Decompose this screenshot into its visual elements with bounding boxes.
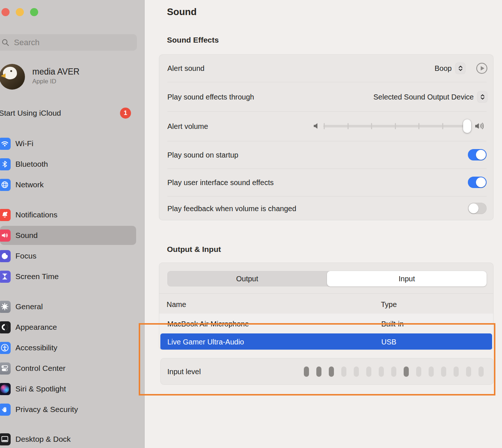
input-level-segment: [479, 366, 484, 377]
privacy-hand-icon: [0, 404, 11, 416]
bluetooth-icon: [0, 158, 11, 170]
play-alert-sound-button[interactable]: [476, 63, 487, 74]
column-header-name: Name: [167, 300, 186, 309]
input-level-segment: [341, 366, 346, 377]
table-row-live-gamer-ultra-audio[interactable]: Live Gamer Ultra-Audio USB: [160, 333, 492, 350]
minimize-window-button[interactable]: [16, 8, 24, 16]
sidebar-item-focus[interactable]: Focus: [0, 246, 136, 265]
volume-feedback-label: Play feedback when volume is changed: [167, 205, 296, 213]
icloud-label: Start Using iCloud: [0, 109, 61, 118]
sound-icon: [0, 230, 11, 242]
focus-icon: [0, 250, 11, 262]
sidebar-item-general[interactable]: General: [0, 297, 136, 316]
sound-effects-card: Alert sound Boop Play sound effects thro…: [159, 54, 494, 220]
search-icon: [1, 39, 10, 47]
page-title: Sound: [167, 6, 197, 18]
startup-sound-label: Play sound on startup: [167, 151, 238, 159]
ui-sounds-toggle[interactable]: [468, 177, 487, 188]
sidebar-item-network[interactable]: Network: [0, 175, 136, 194]
input-level-segment: [304, 366, 309, 377]
general-icon: [0, 301, 11, 313]
network-icon: [0, 179, 11, 191]
output-input-heading: Output & Input: [167, 245, 221, 254]
ui-sounds-label: Play user interface sound effects: [167, 178, 274, 187]
column-header-type: Type: [381, 300, 397, 309]
control-center-icon: [0, 362, 11, 375]
input-level-segment: [391, 366, 396, 377]
output-input-card: Output Input Name Type MacBook Air Micro…: [159, 263, 494, 350]
play-icon: [481, 66, 484, 71]
input-level-segment: [366, 366, 371, 377]
sidebar-item-siri-spotlight[interactable]: Siri & Spotlight: [0, 379, 136, 398]
sidebar-item-accessibility[interactable]: Accessibility: [0, 338, 136, 357]
alert-volume-label: Alert volume: [167, 122, 208, 131]
input-level-segment: [466, 366, 471, 377]
sidebar-item-start-using-icloud[interactable]: Start Using iCloud 1: [0, 105, 136, 121]
alert-volume-slider[interactable]: [323, 125, 467, 127]
sound-effects-heading: Sound Effects: [167, 36, 219, 44]
sidebar-item-desktop-dock[interactable]: Desktop & Dock: [0, 430, 136, 448]
close-window-button[interactable]: [1, 8, 10, 16]
chevron-up-down-icon: [458, 65, 463, 72]
avatar[interactable]: [0, 64, 25, 90]
input-level-segment: [441, 366, 446, 377]
input-level-segment: [429, 366, 434, 377]
accessibility-icon: [0, 342, 11, 354]
apple-id-subtitle: Apple ID: [32, 78, 56, 85]
volume-feedback-toggle[interactable]: [468, 203, 487, 214]
appearance-icon: [0, 321, 11, 333]
volume-high-icon: [475, 122, 484, 130]
input-devices-table: MacBook Air Microphone Built-in Live Gam…: [159, 314, 493, 350]
input-level-segment: [454, 366, 459, 377]
sidebar-item-notifications[interactable]: Notifications: [0, 205, 136, 224]
wifi-icon: [0, 138, 11, 150]
startup-sound-toggle[interactable]: [468, 149, 487, 160]
alert-sound-value: Boop: [434, 64, 452, 73]
desktop-dock-icon: [0, 433, 11, 445]
search-field[interactable]: [0, 34, 137, 51]
main-panel: Sound Sound Effects Alert sound Boop Pla…: [145, 0, 502, 448]
tab-output[interactable]: Output: [167, 271, 327, 286]
input-level-segment: [329, 366, 334, 377]
sidebar-item-screen-time[interactable]: Screen Time: [0, 267, 136, 286]
alert-sound-stepper[interactable]: [455, 63, 465, 74]
system-settings-window: media AVER Apple ID Start Using iCloud 1…: [0, 0, 502, 448]
chevron-up-down-icon: [480, 94, 485, 100]
sidebar-item-appearance[interactable]: Appearance: [0, 318, 136, 337]
sidebar-item-sound[interactable]: Sound: [0, 226, 136, 245]
tab-input[interactable]: Input: [327, 271, 487, 286]
input-level-segment: [354, 366, 359, 377]
input-level-meter: [304, 366, 484, 377]
volume-low-icon: [313, 122, 320, 130]
siri-icon: [0, 383, 11, 395]
output-input-segmented-control: Output Input: [167, 271, 487, 286]
sidebar-item-wifi[interactable]: Wi-Fi: [0, 134, 136, 153]
notification-badge: 1: [120, 108, 131, 119]
play-through-stepper[interactable]: [477, 91, 487, 102]
input-level-segment: [416, 366, 421, 377]
apple-id-name[interactable]: media AVER: [32, 67, 80, 77]
input-level-segment: [404, 366, 409, 377]
screen-time-icon: [0, 271, 11, 283]
input-level-label: Input level: [167, 368, 201, 376]
input-level-segment: [316, 366, 321, 377]
input-level-segment: [379, 366, 384, 377]
play-through-label: Play sound effects through: [167, 93, 254, 101]
search-input[interactable]: [13, 37, 125, 48]
input-level-card: Input level: [160, 358, 494, 385]
zoom-window-button[interactable]: [30, 8, 38, 16]
play-through-value: Selected Sound Output Device: [373, 93, 474, 101]
sidebar-item-privacy-security[interactable]: Privacy & Security: [0, 400, 136, 419]
sidebar-item-control-center[interactable]: Control Center: [0, 359, 136, 378]
table-row-macbook-air-microphone[interactable]: MacBook Air Microphone Built-in: [159, 314, 493, 333]
sidebar-item-bluetooth[interactable]: Bluetooth: [0, 155, 136, 174]
alert-volume-slider-knob[interactable]: [463, 119, 471, 133]
sidebar: media AVER Apple ID Start Using iCloud 1…: [0, 0, 145, 448]
notifications-icon: [0, 209, 11, 221]
alert-sound-label: Alert sound: [167, 64, 204, 73]
